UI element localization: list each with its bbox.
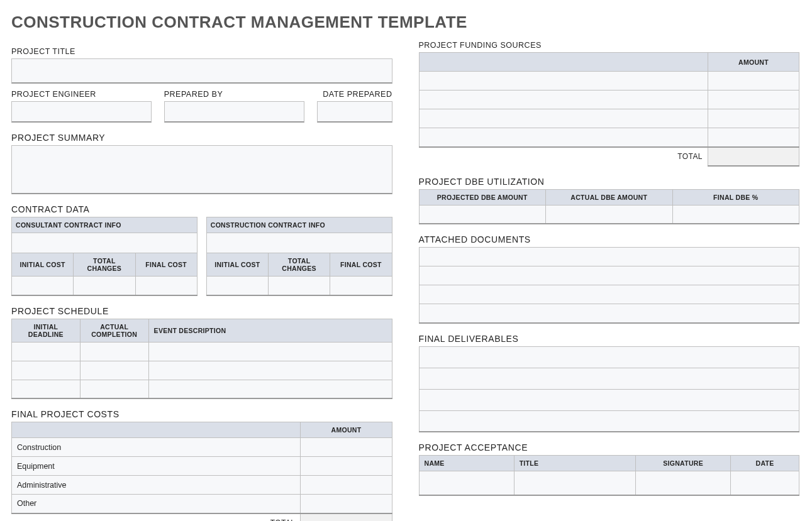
funding-sources-label: PROJECT FUNDING SOURCES [419, 41, 800, 50]
amount-header: AMOUNT [301, 422, 392, 438]
final-project-costs-table: AMOUNT Construction Equipment Administra… [11, 422, 392, 521]
acceptance-name-cell[interactable] [419, 471, 514, 495]
project-title-label: PROJECT TITLE [11, 47, 392, 56]
attached-docs-table [419, 247, 800, 324]
page-title: CONSTRUCTION CONTRACT MANAGEMENT TEMPLAT… [11, 13, 799, 32]
table-cell[interactable] [419, 389, 799, 410]
table-cell[interactable] [419, 346, 799, 368]
final-dbe-pct-cell[interactable] [672, 205, 799, 224]
construction-header: CONSTRUCTION CONTRACT INFO [206, 217, 392, 233]
consultant-header: CONSULTANT CONTRACT INFO [12, 217, 197, 233]
table-cell[interactable] [80, 361, 148, 380]
project-schedule-label: PROJECT SCHEDULE [11, 306, 392, 316]
prepared-by-input[interactable] [164, 101, 304, 123]
date-prepared-input[interactable] [317, 101, 392, 123]
date-prepared-label: DATE PREPARED [317, 90, 392, 99]
initial-cost-header: INITIAL COST [12, 253, 74, 277]
project-engineer-input[interactable] [11, 101, 152, 123]
actual-completion-header: ACTUAL COMPLETION [80, 319, 148, 342]
table-cell[interactable] [708, 72, 799, 90]
acceptance-title-cell[interactable] [514, 471, 635, 495]
table-cell[interactable] [708, 90, 799, 109]
table-cell[interactable] [419, 410, 799, 432]
cost-row-amount[interactable] [301, 438, 392, 457]
dbe-table: PROJECTED DBE AMOUNT ACTUAL DBE AMOUNT F… [419, 189, 800, 225]
cost-row-amount[interactable] [301, 457, 392, 476]
cost-row-amount[interactable] [301, 495, 392, 513]
project-acceptance-table: NAME TITLE SIGNATURE DATE [419, 455, 800, 496]
projected-dbe-cell[interactable] [419, 205, 546, 224]
table-cell[interactable] [80, 342, 148, 361]
table-cell[interactable] [419, 248, 799, 266]
total-amount[interactable] [708, 147, 799, 166]
final-deliverables-table [419, 346, 800, 433]
table-cell[interactable] [419, 304, 799, 323]
table-cell[interactable] [419, 368, 799, 389]
table-cell[interactable] [419, 128, 708, 147]
table-cell[interactable] [148, 361, 392, 380]
table-cell[interactable] [419, 72, 708, 90]
contract-data-label: CONTRACT DATA [11, 204, 392, 214]
total-changes-header: TOTAL CHANGES [74, 253, 135, 277]
actual-dbe-cell[interactable] [546, 205, 673, 224]
name-header: NAME [419, 456, 514, 471]
table-cell[interactable] [419, 266, 799, 285]
table-cell[interactable] [12, 380, 81, 398]
consultant-contract-table: CONSULTANT CONTRACT INFO INITIAL COST TO… [11, 217, 197, 296]
prepared-by-label: PREPARED BY [164, 90, 304, 99]
dbe-label: PROJECT DBE UTILIZATION [419, 177, 800, 187]
table-cell[interactable] [419, 285, 799, 304]
blank-header [419, 53, 708, 72]
acceptance-signature-cell[interactable] [636, 471, 731, 495]
signature-header: SIGNATURE [636, 456, 731, 471]
table-cell[interactable] [419, 90, 708, 109]
funding-sources-table: AMOUNT TOTAL [419, 52, 800, 167]
consultant-initial-cost[interactable] [12, 277, 74, 295]
cost-row-label: Construction [12, 438, 301, 457]
final-cost-header-2: FINAL COST [330, 253, 392, 277]
blank-header [12, 422, 301, 438]
table-cell[interactable] [708, 109, 799, 128]
consultant-info-cell[interactable] [12, 233, 197, 253]
cost-row-label: Administrative [12, 476, 301, 495]
event-description-header: EVENT DESCRIPTION [148, 319, 392, 342]
actual-dbe-header: ACTUAL DBE AMOUNT [546, 189, 673, 205]
attached-docs-label: ATTACHED DOCUMENTS [419, 234, 800, 244]
table-cell[interactable] [419, 109, 708, 128]
project-summary-input[interactable] [11, 145, 392, 194]
total-label: TOTAL [12, 513, 301, 522]
date-header: DATE [731, 456, 799, 471]
construction-contract-table: CONSTRUCTION CONTRACT INFO INITIAL COST … [206, 217, 392, 296]
project-acceptance-label: PROJECT ACCEPTANCE [419, 442, 800, 452]
left-column: PROJECT TITLE PROJECT ENGINEER PREPARED … [11, 41, 392, 521]
total-changes-header-2: TOTAL CHANGES [269, 253, 330, 277]
consultant-final-cost[interactable] [135, 277, 197, 295]
project-schedule-table: INITIAL DEADLINE ACTUAL COMPLETION EVENT… [11, 319, 392, 400]
final-deliverables-label: FINAL DELIVERABLES [419, 334, 800, 344]
projected-dbe-header: PROJECTED DBE AMOUNT [419, 189, 546, 205]
table-cell[interactable] [148, 380, 392, 398]
consultant-total-changes[interactable] [74, 277, 135, 295]
final-dbe-pct-header: FINAL DBE % [672, 189, 799, 205]
table-cell[interactable] [708, 128, 799, 147]
table-cell[interactable] [148, 342, 392, 361]
acceptance-date-cell[interactable] [731, 471, 799, 495]
cost-row-amount[interactable] [301, 476, 392, 495]
initial-deadline-header: INITIAL DEADLINE [12, 319, 81, 342]
project-summary-label: PROJECT SUMMARY [11, 133, 392, 143]
title-header: TITLE [514, 456, 635, 471]
table-cell[interactable] [80, 380, 148, 398]
construction-initial-cost[interactable] [206, 277, 268, 295]
cost-row-label: Other [12, 495, 301, 513]
right-column: PROJECT FUNDING SOURCES AMOUNT TOTAL PRO… [419, 41, 800, 521]
table-cell[interactable] [12, 342, 81, 361]
construction-final-cost[interactable] [330, 277, 392, 295]
initial-cost-header-2: INITIAL COST [206, 253, 268, 277]
final-project-costs-label: FINAL PROJECT COSTS [11, 409, 392, 419]
construction-total-changes[interactable] [269, 277, 330, 295]
cost-row-label: Equipment [12, 457, 301, 476]
table-cell[interactable] [12, 361, 81, 380]
total-amount[interactable] [301, 513, 392, 522]
construction-info-cell[interactable] [206, 233, 392, 253]
project-title-input[interactable] [11, 58, 392, 84]
